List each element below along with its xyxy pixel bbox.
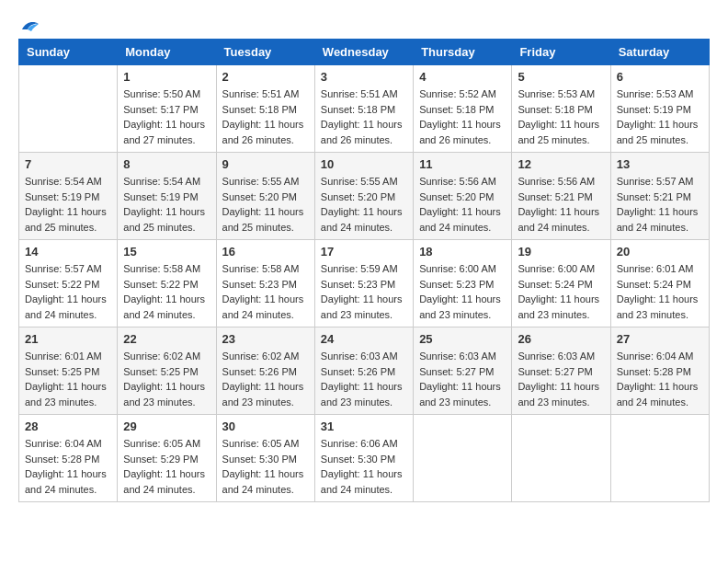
calendar-cell: 20Sunrise: 6:01 AMSunset: 5:24 PMDayligh… [610, 240, 709, 327]
day-info: Sunrise: 5:55 AMSunset: 5:20 PMDaylight:… [222, 174, 309, 235]
calendar-cell: 3Sunrise: 5:51 AMSunset: 5:18 PMDaylight… [314, 65, 413, 153]
day-number: 23 [222, 332, 309, 346]
calendar-cell [19, 65, 118, 153]
column-header-saturday: Saturday [610, 40, 709, 65]
day-info: Sunrise: 5:56 AMSunset: 5:21 PMDaylight:… [518, 174, 604, 235]
column-header-monday: Monday [118, 40, 216, 65]
day-number: 20 [617, 245, 703, 259]
calendar-cell: 15Sunrise: 5:58 AMSunset: 5:22 PMDayligh… [118, 240, 216, 327]
calendar-cell: 27Sunrise: 6:04 AMSunset: 5:28 PMDayligh… [610, 327, 709, 415]
calendar-week-row: 14Sunrise: 5:57 AMSunset: 5:22 PMDayligh… [19, 240, 710, 327]
calendar-week-row: 1Sunrise: 5:50 AMSunset: 5:17 PMDaylight… [19, 65, 710, 153]
calendar-week-row: 28Sunrise: 6:04 AMSunset: 5:28 PMDayligh… [19, 415, 710, 502]
day-info: Sunrise: 6:04 AMSunset: 5:28 PMDaylight:… [617, 349, 703, 409]
day-info: Sunrise: 6:05 AMSunset: 5:29 PMDaylight:… [123, 436, 210, 497]
calendar-cell: 10Sunrise: 5:55 AMSunset: 5:20 PMDayligh… [314, 153, 413, 240]
calendar-cell: 5Sunrise: 5:53 AMSunset: 5:18 PMDaylight… [512, 65, 610, 153]
calendar-cell: 7Sunrise: 5:54 AMSunset: 5:19 PMDaylight… [19, 153, 118, 240]
calendar-cell: 1Sunrise: 5:50 AMSunset: 5:17 PMDaylight… [118, 65, 216, 153]
calendar-cell: 21Sunrise: 6:01 AMSunset: 5:25 PMDayligh… [19, 327, 118, 415]
day-info: Sunrise: 5:56 AMSunset: 5:20 PMDaylight:… [419, 174, 506, 235]
logo [18, 18, 40, 29]
calendar-cell: 19Sunrise: 6:00 AMSunset: 5:24 PMDayligh… [512, 240, 610, 327]
day-number: 10 [321, 157, 407, 171]
day-info: Sunrise: 6:03 AMSunset: 5:27 PMDaylight:… [518, 349, 604, 409]
calendar-cell: 8Sunrise: 5:54 AMSunset: 5:19 PMDaylight… [118, 153, 216, 240]
calendar-cell: 24Sunrise: 6:03 AMSunset: 5:26 PMDayligh… [314, 327, 413, 415]
day-info: Sunrise: 5:53 AMSunset: 5:19 PMDaylight:… [617, 86, 703, 147]
calendar-cell: 4Sunrise: 5:52 AMSunset: 5:18 PMDaylight… [414, 65, 512, 153]
day-number: 19 [518, 245, 604, 259]
day-number: 9 [222, 157, 309, 171]
calendar-cell: 29Sunrise: 6:05 AMSunset: 5:29 PMDayligh… [118, 415, 216, 502]
calendar-week-row: 7Sunrise: 5:54 AMSunset: 5:19 PMDaylight… [19, 153, 710, 240]
day-info: Sunrise: 6:05 AMSunset: 5:30 PMDaylight:… [222, 436, 309, 497]
day-info: Sunrise: 5:53 AMSunset: 5:18 PMDaylight:… [518, 86, 604, 147]
day-info: Sunrise: 5:55 AMSunset: 5:20 PMDaylight:… [321, 174, 407, 235]
calendar-cell: 13Sunrise: 5:57 AMSunset: 5:21 PMDayligh… [610, 153, 709, 240]
day-number: 1 [123, 70, 210, 84]
day-number: 16 [222, 245, 309, 259]
day-number: 30 [222, 419, 309, 433]
page-header [18, 18, 710, 29]
calendar-cell: 28Sunrise: 6:04 AMSunset: 5:28 PMDayligh… [19, 415, 118, 502]
day-number: 7 [25, 157, 111, 171]
calendar-header-row: SundayMondayTuesdayWednesdayThursdayFrid… [19, 40, 710, 65]
day-number: 14 [25, 245, 111, 259]
calendar-cell: 31Sunrise: 6:06 AMSunset: 5:30 PMDayligh… [314, 415, 413, 502]
day-info: Sunrise: 6:02 AMSunset: 5:25 PMDaylight:… [123, 349, 210, 409]
day-info: Sunrise: 6:02 AMSunset: 5:26 PMDaylight:… [222, 349, 309, 409]
day-number: 11 [419, 157, 506, 171]
calendar-cell [610, 415, 709, 502]
column-header-thursday: Thursday [414, 40, 512, 65]
day-info: Sunrise: 5:57 AMSunset: 5:21 PMDaylight:… [617, 174, 703, 235]
day-number: 25 [419, 332, 506, 346]
day-number: 22 [123, 332, 210, 346]
calendar-cell: 2Sunrise: 5:51 AMSunset: 5:18 PMDaylight… [216, 65, 314, 153]
day-info: Sunrise: 5:54 AMSunset: 5:19 PMDaylight:… [123, 174, 210, 235]
day-info: Sunrise: 6:03 AMSunset: 5:26 PMDaylight:… [321, 349, 407, 409]
day-number: 24 [321, 332, 407, 346]
calendar-cell: 30Sunrise: 6:05 AMSunset: 5:30 PMDayligh… [216, 415, 314, 502]
day-info: Sunrise: 5:57 AMSunset: 5:22 PMDaylight:… [25, 261, 111, 322]
day-info: Sunrise: 5:52 AMSunset: 5:18 PMDaylight:… [419, 86, 506, 147]
day-number: 6 [617, 70, 703, 84]
day-number: 8 [123, 157, 210, 171]
day-info: Sunrise: 6:03 AMSunset: 5:27 PMDaylight:… [419, 349, 506, 409]
calendar-cell: 16Sunrise: 5:58 AMSunset: 5:23 PMDayligh… [216, 240, 314, 327]
day-number: 28 [25, 419, 111, 433]
day-info: Sunrise: 6:04 AMSunset: 5:28 PMDaylight:… [25, 436, 111, 497]
day-number: 21 [25, 332, 111, 346]
day-info: Sunrise: 6:01 AMSunset: 5:25 PMDaylight:… [25, 349, 111, 409]
day-info: Sunrise: 6:01 AMSunset: 5:24 PMDaylight:… [617, 261, 703, 322]
day-info: Sunrise: 5:50 AMSunset: 5:17 PMDaylight:… [123, 86, 210, 147]
calendar-cell [414, 415, 512, 502]
calendar-cell: 26Sunrise: 6:03 AMSunset: 5:27 PMDayligh… [512, 327, 610, 415]
day-number: 12 [518, 157, 604, 171]
day-number: 3 [321, 70, 407, 84]
day-number: 31 [321, 419, 407, 433]
calendar-table: SundayMondayTuesdayWednesdayThursdayFrid… [18, 39, 710, 502]
column-header-friday: Friday [512, 40, 610, 65]
day-info: Sunrise: 6:00 AMSunset: 5:24 PMDaylight:… [518, 261, 604, 322]
day-number: 17 [321, 245, 407, 259]
day-info: Sunrise: 6:06 AMSunset: 5:30 PMDaylight:… [321, 436, 407, 497]
calendar-cell: 23Sunrise: 6:02 AMSunset: 5:26 PMDayligh… [216, 327, 314, 415]
day-number: 15 [123, 245, 210, 259]
day-number: 4 [419, 70, 506, 84]
calendar-cell: 11Sunrise: 5:56 AMSunset: 5:20 PMDayligh… [414, 153, 512, 240]
day-info: Sunrise: 5:59 AMSunset: 5:23 PMDaylight:… [321, 261, 407, 322]
day-number: 29 [123, 419, 210, 433]
day-info: Sunrise: 5:58 AMSunset: 5:22 PMDaylight:… [123, 261, 210, 322]
day-info: Sunrise: 6:00 AMSunset: 5:23 PMDaylight:… [419, 261, 506, 322]
calendar-cell: 17Sunrise: 5:59 AMSunset: 5:23 PMDayligh… [314, 240, 413, 327]
day-number: 18 [419, 245, 506, 259]
calendar-cell: 14Sunrise: 5:57 AMSunset: 5:22 PMDayligh… [19, 240, 118, 327]
day-info: Sunrise: 5:51 AMSunset: 5:18 PMDaylight:… [222, 86, 309, 147]
day-info: Sunrise: 5:51 AMSunset: 5:18 PMDaylight:… [321, 86, 407, 147]
day-number: 13 [617, 157, 703, 171]
calendar-cell: 25Sunrise: 6:03 AMSunset: 5:27 PMDayligh… [414, 327, 512, 415]
logo-bird-icon [20, 18, 40, 33]
day-info: Sunrise: 5:54 AMSunset: 5:19 PMDaylight:… [25, 174, 111, 235]
calendar-cell: 18Sunrise: 6:00 AMSunset: 5:23 PMDayligh… [414, 240, 512, 327]
